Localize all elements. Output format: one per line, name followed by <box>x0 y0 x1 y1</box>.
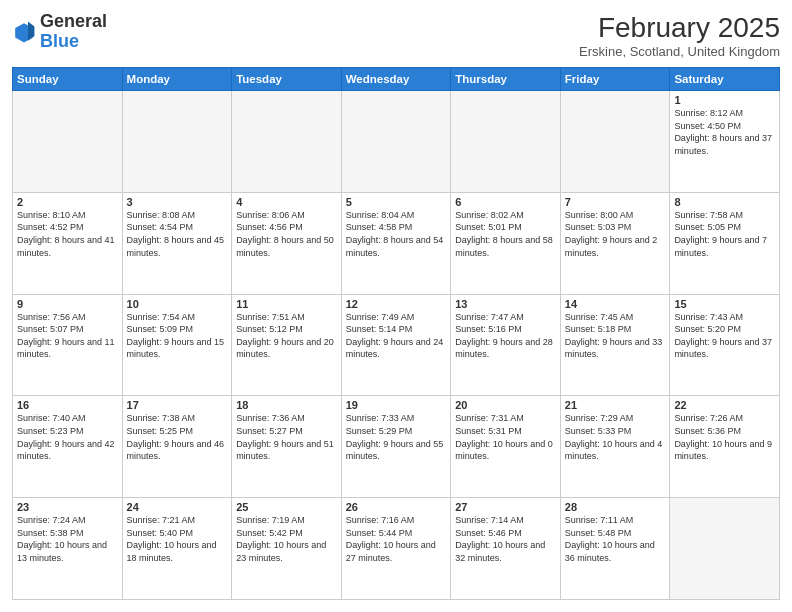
calendar-cell: 27Sunrise: 7:14 AM Sunset: 5:46 PM Dayli… <box>451 498 561 600</box>
day-number: 14 <box>565 298 666 310</box>
day-number: 4 <box>236 196 337 208</box>
calendar-cell: 10Sunrise: 7:54 AM Sunset: 5:09 PM Dayli… <box>122 294 232 396</box>
calendar-cell: 22Sunrise: 7:26 AM Sunset: 5:36 PM Dayli… <box>670 396 780 498</box>
svg-marker-1 <box>28 21 34 40</box>
location-subtitle: Erskine, Scotland, United Kingdom <box>579 44 780 59</box>
day-info: Sunrise: 7:21 AM Sunset: 5:40 PM Dayligh… <box>127 514 228 564</box>
day-number: 1 <box>674 94 775 106</box>
calendar-cell: 21Sunrise: 7:29 AM Sunset: 5:33 PM Dayli… <box>560 396 670 498</box>
title-block: February 2025 Erskine, Scotland, United … <box>579 12 780 59</box>
day-info: Sunrise: 7:40 AM Sunset: 5:23 PM Dayligh… <box>17 412 118 462</box>
header-monday: Monday <box>122 68 232 91</box>
week-row-5: 23Sunrise: 7:24 AM Sunset: 5:38 PM Dayli… <box>13 498 780 600</box>
calendar-cell: 2Sunrise: 8:10 AM Sunset: 4:52 PM Daylig… <box>13 192 123 294</box>
day-info: Sunrise: 7:43 AM Sunset: 5:20 PM Dayligh… <box>674 311 775 361</box>
calendar-cell: 25Sunrise: 7:19 AM Sunset: 5:42 PM Dayli… <box>232 498 342 600</box>
day-info: Sunrise: 8:12 AM Sunset: 4:50 PM Dayligh… <box>674 107 775 157</box>
day-info: Sunrise: 7:56 AM Sunset: 5:07 PM Dayligh… <box>17 311 118 361</box>
day-number: 18 <box>236 399 337 411</box>
calendar-cell <box>122 91 232 193</box>
day-number: 8 <box>674 196 775 208</box>
day-number: 15 <box>674 298 775 310</box>
calendar-cell: 11Sunrise: 7:51 AM Sunset: 5:12 PM Dayli… <box>232 294 342 396</box>
calendar-cell: 17Sunrise: 7:38 AM Sunset: 5:25 PM Dayli… <box>122 396 232 498</box>
calendar-cell: 14Sunrise: 7:45 AM Sunset: 5:18 PM Dayli… <box>560 294 670 396</box>
day-info: Sunrise: 7:11 AM Sunset: 5:48 PM Dayligh… <box>565 514 666 564</box>
calendar-cell <box>341 91 451 193</box>
day-number: 3 <box>127 196 228 208</box>
calendar-cell: 26Sunrise: 7:16 AM Sunset: 5:44 PM Dayli… <box>341 498 451 600</box>
week-row-2: 2Sunrise: 8:10 AM Sunset: 4:52 PM Daylig… <box>13 192 780 294</box>
calendar-cell: 9Sunrise: 7:56 AM Sunset: 5:07 PM Daylig… <box>13 294 123 396</box>
day-number: 17 <box>127 399 228 411</box>
day-info: Sunrise: 7:54 AM Sunset: 5:09 PM Dayligh… <box>127 311 228 361</box>
week-row-4: 16Sunrise: 7:40 AM Sunset: 5:23 PM Dayli… <box>13 396 780 498</box>
day-number: 9 <box>17 298 118 310</box>
day-info: Sunrise: 7:31 AM Sunset: 5:31 PM Dayligh… <box>455 412 556 462</box>
day-headers-row: Sunday Monday Tuesday Wednesday Thursday… <box>13 68 780 91</box>
day-number: 21 <box>565 399 666 411</box>
day-info: Sunrise: 7:36 AM Sunset: 5:27 PM Dayligh… <box>236 412 337 462</box>
day-info: Sunrise: 7:14 AM Sunset: 5:46 PM Dayligh… <box>455 514 556 564</box>
calendar-cell: 7Sunrise: 8:00 AM Sunset: 5:03 PM Daylig… <box>560 192 670 294</box>
header-saturday: Saturday <box>670 68 780 91</box>
day-info: Sunrise: 7:29 AM Sunset: 5:33 PM Dayligh… <box>565 412 666 462</box>
calendar-cell: 24Sunrise: 7:21 AM Sunset: 5:40 PM Dayli… <box>122 498 232 600</box>
day-info: Sunrise: 8:10 AM Sunset: 4:52 PM Dayligh… <box>17 209 118 259</box>
header-tuesday: Tuesday <box>232 68 342 91</box>
calendar-cell <box>670 498 780 600</box>
calendar-cell <box>13 91 123 193</box>
day-number: 28 <box>565 501 666 513</box>
header-thursday: Thursday <box>451 68 561 91</box>
day-number: 16 <box>17 399 118 411</box>
header-friday: Friday <box>560 68 670 91</box>
day-number: 12 <box>346 298 447 310</box>
day-info: Sunrise: 8:00 AM Sunset: 5:03 PM Dayligh… <box>565 209 666 259</box>
day-info: Sunrise: 7:51 AM Sunset: 5:12 PM Dayligh… <box>236 311 337 361</box>
day-info: Sunrise: 8:02 AM Sunset: 5:01 PM Dayligh… <box>455 209 556 259</box>
calendar-cell: 28Sunrise: 7:11 AM Sunset: 5:48 PM Dayli… <box>560 498 670 600</box>
logo-icon <box>12 20 36 44</box>
day-info: Sunrise: 7:38 AM Sunset: 5:25 PM Dayligh… <box>127 412 228 462</box>
calendar-cell: 16Sunrise: 7:40 AM Sunset: 5:23 PM Dayli… <box>13 396 123 498</box>
week-row-1: 1Sunrise: 8:12 AM Sunset: 4:50 PM Daylig… <box>13 91 780 193</box>
day-number: 23 <box>17 501 118 513</box>
day-info: Sunrise: 8:06 AM Sunset: 4:56 PM Dayligh… <box>236 209 337 259</box>
day-info: Sunrise: 7:58 AM Sunset: 5:05 PM Dayligh… <box>674 209 775 259</box>
day-info: Sunrise: 7:19 AM Sunset: 5:42 PM Dayligh… <box>236 514 337 564</box>
month-title: February 2025 <box>579 12 780 44</box>
calendar-cell: 15Sunrise: 7:43 AM Sunset: 5:20 PM Dayli… <box>670 294 780 396</box>
day-number: 25 <box>236 501 337 513</box>
day-info: Sunrise: 8:04 AM Sunset: 4:58 PM Dayligh… <box>346 209 447 259</box>
calendar-table: Sunday Monday Tuesday Wednesday Thursday… <box>12 67 780 600</box>
calendar-cell: 13Sunrise: 7:47 AM Sunset: 5:16 PM Dayli… <box>451 294 561 396</box>
day-number: 24 <box>127 501 228 513</box>
day-number: 26 <box>346 501 447 513</box>
calendar-cell: 20Sunrise: 7:31 AM Sunset: 5:31 PM Dayli… <box>451 396 561 498</box>
calendar-cell: 4Sunrise: 8:06 AM Sunset: 4:56 PM Daylig… <box>232 192 342 294</box>
logo-text: General Blue <box>40 12 107 52</box>
day-number: 13 <box>455 298 556 310</box>
header-sunday: Sunday <box>13 68 123 91</box>
day-number: 22 <box>674 399 775 411</box>
day-number: 11 <box>236 298 337 310</box>
day-info: Sunrise: 8:08 AM Sunset: 4:54 PM Dayligh… <box>127 209 228 259</box>
day-info: Sunrise: 7:33 AM Sunset: 5:29 PM Dayligh… <box>346 412 447 462</box>
day-number: 2 <box>17 196 118 208</box>
calendar-cell: 6Sunrise: 8:02 AM Sunset: 5:01 PM Daylig… <box>451 192 561 294</box>
calendar-cell <box>232 91 342 193</box>
calendar-cell: 1Sunrise: 8:12 AM Sunset: 4:50 PM Daylig… <box>670 91 780 193</box>
day-number: 20 <box>455 399 556 411</box>
calendar-cell: 8Sunrise: 7:58 AM Sunset: 5:05 PM Daylig… <box>670 192 780 294</box>
day-number: 6 <box>455 196 556 208</box>
day-info: Sunrise: 7:47 AM Sunset: 5:16 PM Dayligh… <box>455 311 556 361</box>
day-info: Sunrise: 7:26 AM Sunset: 5:36 PM Dayligh… <box>674 412 775 462</box>
day-number: 19 <box>346 399 447 411</box>
calendar-cell <box>560 91 670 193</box>
page: General Blue February 2025 Erskine, Scot… <box>0 0 792 612</box>
calendar-cell: 12Sunrise: 7:49 AM Sunset: 5:14 PM Dayli… <box>341 294 451 396</box>
day-info: Sunrise: 7:24 AM Sunset: 5:38 PM Dayligh… <box>17 514 118 564</box>
day-number: 7 <box>565 196 666 208</box>
calendar-cell: 5Sunrise: 8:04 AM Sunset: 4:58 PM Daylig… <box>341 192 451 294</box>
header-wednesday: Wednesday <box>341 68 451 91</box>
